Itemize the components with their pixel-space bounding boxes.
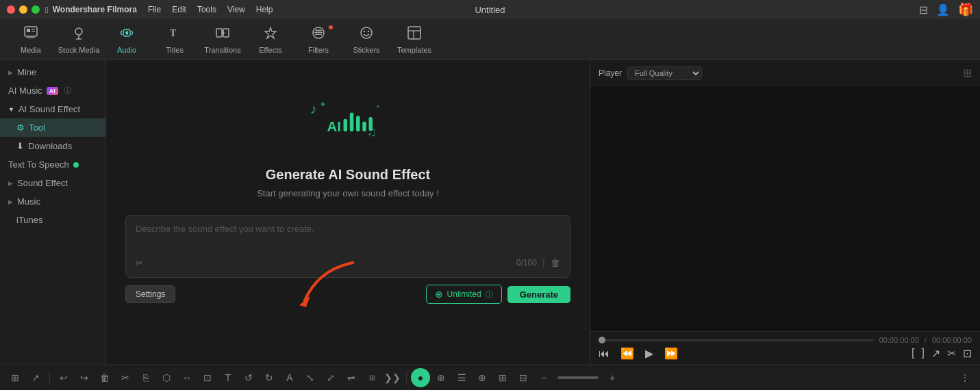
bt-split-icon[interactable]: ↔: [177, 368, 197, 387]
sidebar-item-sound-effect[interactable]: ▶ Sound Effect: [0, 174, 105, 192]
effects-icon: [263, 25, 278, 44]
toolbar-stickers[interactable]: Stickers: [342, 21, 390, 58]
stock-media-icon: [71, 25, 86, 44]
zoom-slider[interactable]: [557, 376, 599, 379]
bt-shape-icon[interactable]: ⬡: [157, 368, 176, 387]
maximize-button[interactable]: [32, 5, 40, 14]
toolbar-media[interactable]: Media: [7, 21, 55, 58]
menu-help[interactable]: Help: [256, 5, 273, 14]
bt-delete-icon[interactable]: 🗑: [95, 368, 114, 387]
toolbar-audio[interactable]: Audio: [103, 21, 151, 58]
titles-label: Titles: [166, 46, 184, 54]
sidebar-downloads-label: Downloads: [28, 141, 72, 151]
progress-handle[interactable]: [599, 337, 605, 343]
fast-forward-icon[interactable]: ⏩: [664, 347, 678, 360]
bt-copy-icon[interactable]: ⎘: [136, 368, 155, 387]
toolbar-stock-media[interactable]: Stock Media: [55, 21, 103, 58]
svg-point-14: [361, 27, 372, 38]
bt-rotate-left-icon[interactable]: ↺: [239, 368, 258, 387]
bt-text-icon[interactable]: T: [218, 368, 238, 387]
bt-record-icon[interactable]: ●: [411, 368, 430, 387]
bt-layer-icon[interactable]: ⧆: [362, 368, 381, 387]
toolbar-filters[interactable]: Filters: [294, 21, 342, 58]
svg-text:♪: ♪: [310, 101, 317, 116]
unlimited-button[interactable]: ⊕ Unlimited ⓘ: [426, 285, 502, 304]
sidebar-item-ai-music[interactable]: AI Music AI ⓘ: [0, 81, 105, 100]
toolbar-templates[interactable]: Templates: [390, 21, 438, 58]
bt-crop-icon[interactable]: ⊡: [198, 368, 217, 387]
tool-icon: ⚙: [16, 122, 25, 133]
rewind-icon[interactable]: ⏪: [620, 347, 634, 360]
app-info:  Wondershare Filmora: [45, 5, 137, 15]
settings-button[interactable]: Settings: [125, 285, 175, 303]
gift-icon[interactable]: 🎁: [958, 2, 973, 17]
bt-redo-icon[interactable]: ↪: [75, 368, 94, 387]
input-footer: ✂ 0/100 | 🗑: [136, 257, 560, 269]
grid-view-icon[interactable]: ⊞: [963, 66, 972, 79]
bt-insert-icon[interactable]: ⊕: [473, 368, 492, 387]
mark-out-icon[interactable]: ]: [922, 347, 925, 360]
bt-cut-icon[interactable]: ✂: [116, 368, 135, 387]
bt-undo-icon[interactable]: ↩: [54, 368, 73, 387]
bt-arrow-icon[interactable]: ↗: [26, 368, 45, 387]
profile-icon[interactable]: 👤: [936, 3, 950, 16]
bt-grid2-icon[interactable]: ⊞: [493, 368, 512, 387]
sidebar-item-itunes[interactable]: iTunes: [0, 211, 105, 229]
effects-label: Effects: [259, 46, 281, 54]
step-back-icon[interactable]: ⏮: [599, 348, 610, 360]
svg-rect-1: [27, 29, 30, 32]
bt-more-icon[interactable]: ❯❯: [383, 368, 402, 387]
audio-icon: [119, 25, 134, 44]
sound-effect-input[interactable]: [136, 224, 560, 248]
action-bar: Settings ⊕ Unlimited ⓘ Generate: [125, 285, 570, 304]
bt-rotate-right-icon[interactable]: ↻: [260, 368, 279, 387]
app-name: Wondershare Filmora: [53, 5, 137, 14]
toolbar-transitions[interactable]: Transitions: [199, 21, 247, 58]
svg-text:✦: ✦: [375, 103, 381, 110]
menu-edit[interactable]: Edit: [172, 5, 186, 14]
bt-swap-icon[interactable]: ⇌: [342, 368, 361, 387]
sidebar-item-ai-sound-effect[interactable]: ▼ AI Sound Effect: [0, 100, 105, 118]
menu-bar: File Edit Tools View Help: [148, 5, 273, 14]
bt-ai-icon[interactable]: A: [280, 368, 299, 387]
generate-button[interactable]: Generate: [507, 286, 570, 303]
sidebar-tts-label: Text To Speech: [8, 159, 69, 170]
close-button[interactable]: [7, 5, 15, 14]
playback-controls: ⏮ ⏪ ▶ ⏩ [ ] ↗ ✂ ⊡: [599, 347, 972, 360]
sidebar-item-downloads[interactable]: ⬇ Downloads: [0, 137, 105, 155]
toolbar-titles[interactable]: T Titles: [151, 21, 199, 58]
play-icon[interactable]: ▶: [645, 347, 653, 360]
bt-expand-icon[interactable]: ⤡: [301, 368, 320, 387]
minimize-button[interactable]: [19, 5, 27, 14]
sidebar-item-tool[interactable]: ⚙ Tool: [0, 118, 105, 137]
menu-view[interactable]: View: [227, 5, 245, 14]
bt-settings-icon[interactable]: ⋮: [955, 368, 975, 387]
menu-tools[interactable]: Tools: [197, 5, 216, 14]
bt-grid-icon[interactable]: ⊞: [5, 368, 25, 387]
bt-list-icon[interactable]: ☰: [452, 368, 471, 387]
trim-icon[interactable]: ✂: [947, 347, 956, 360]
sidebar-item-mine[interactable]: ▶ Mine: [0, 63, 105, 81]
progress-bar[interactable]: [599, 339, 874, 341]
quality-select[interactable]: Full Quality Half Quality Quarter Qualit…: [627, 66, 702, 80]
bt-minus-icon[interactable]: ⊟: [514, 368, 533, 387]
bt-right-spacer: ⋮: [955, 368, 975, 387]
toolbar-effects[interactable]: Effects: [247, 21, 294, 58]
bt-plus-icon[interactable]: ⊕: [431, 368, 451, 387]
trash-icon[interactable]: 🗑: [551, 257, 560, 268]
sidebar-item-music[interactable]: ▶ Music: [0, 192, 105, 211]
bt-compress-icon[interactable]: ⤢: [321, 368, 340, 387]
screen-share-icon[interactable]: ⊟: [919, 3, 928, 16]
mark-in-icon[interactable]: [: [912, 347, 914, 360]
menu-file[interactable]: File: [148, 5, 161, 14]
more-icon[interactable]: ⊡: [963, 347, 972, 360]
filters-badge: [329, 25, 333, 29]
bt-zoom-in-icon[interactable]: +: [603, 368, 622, 387]
sidebar-item-text-to-speech[interactable]: Text To Speech: [0, 155, 105, 174]
export-icon[interactable]: ↗: [931, 347, 940, 360]
info-circle-icon: ⓘ: [486, 289, 493, 300]
media-icon: [23, 25, 38, 44]
templates-icon: [407, 25, 422, 44]
bt-zoom-out-icon[interactable]: −: [534, 368, 553, 387]
audio-label: Audio: [117, 46, 136, 54]
